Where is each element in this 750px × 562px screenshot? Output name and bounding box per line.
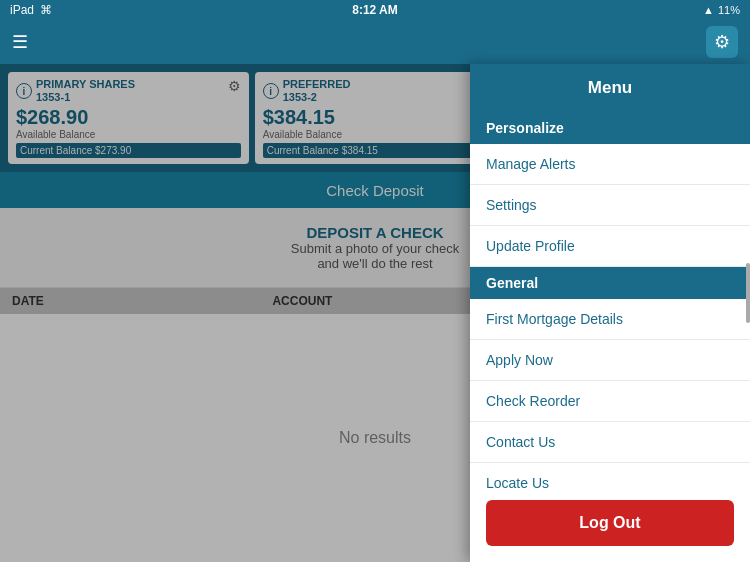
- logout-container: Log Out: [470, 490, 750, 562]
- menu-item-contact-us[interactable]: Contact Us: [470, 422, 750, 463]
- nav-bar: ☰ ⚙: [0, 20, 750, 64]
- wifi-icon: ⌘: [40, 3, 52, 17]
- menu-item-locate-us[interactable]: Locate Us: [470, 463, 750, 490]
- menu-panel: Menu Personalize Manage Alerts Settings …: [470, 64, 750, 562]
- menu-item-manage-alerts[interactable]: Manage Alerts: [470, 144, 750, 185]
- menu-item-update-profile[interactable]: Update Profile: [470, 226, 750, 267]
- menu-section-personalize: Personalize: [470, 112, 750, 144]
- logout-button[interactable]: Log Out: [486, 500, 734, 546]
- menu-section-general: General: [470, 267, 750, 299]
- carrier-label: iPad: [10, 3, 34, 17]
- main-content: i PRIMARY SHARES 1353-1 ⚙ $268.90 Availa…: [0, 64, 750, 562]
- settings-gear-button[interactable]: ⚙: [706, 26, 738, 58]
- hamburger-menu-icon[interactable]: ☰: [12, 31, 28, 53]
- scroll-indicator: [746, 263, 750, 323]
- status-right: ▲ 11%: [703, 4, 740, 16]
- menu-item-first-mortgage[interactable]: First Mortgage Details: [470, 299, 750, 340]
- battery-label: 11%: [718, 4, 740, 16]
- menu-scroll-area: Personalize Manage Alerts Settings Updat…: [470, 112, 750, 490]
- menu-item-check-reorder[interactable]: Check Reorder: [470, 381, 750, 422]
- menu-item-apply-now[interactable]: Apply Now: [470, 340, 750, 381]
- menu-item-settings[interactable]: Settings: [470, 185, 750, 226]
- status-left: iPad ⌘: [10, 3, 52, 17]
- menu-title: Menu: [470, 64, 750, 112]
- signal-icon: ▲: [703, 4, 714, 16]
- status-bar: iPad ⌘ 8:12 AM ▲ 11%: [0, 0, 750, 20]
- status-time: 8:12 AM: [352, 3, 398, 17]
